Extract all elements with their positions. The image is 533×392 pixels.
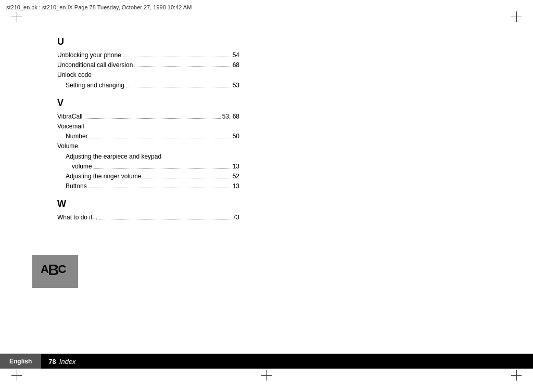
list-item: Unconditional call diversion 68 xyxy=(57,60,239,70)
list-item: Buttons 13 xyxy=(57,181,239,191)
list-item: Volume xyxy=(57,141,239,151)
footer-bar: English 78 Index xyxy=(0,354,533,369)
entry-page: 53, 68 xyxy=(222,112,239,122)
entry-page: 53 xyxy=(233,81,239,90)
entry-page: 52 xyxy=(233,172,239,181)
section-v-heading: V xyxy=(57,98,239,109)
abc-logo-svg: ABC xyxy=(40,258,71,284)
entry-label: Unconditional call diversion xyxy=(57,60,133,70)
section-gap xyxy=(57,90,239,98)
footer-page-number: 78 xyxy=(48,358,56,365)
entry-label: Buttons xyxy=(66,181,87,191)
entry-label: Voicemail xyxy=(57,122,84,132)
list-item: volume 13 xyxy=(57,162,239,172)
crosshair-bottom-right xyxy=(511,370,522,381)
entry-dots xyxy=(134,67,231,67)
entry-page: 68 xyxy=(233,60,239,70)
entry-dots xyxy=(99,219,231,219)
entry-label: Volume xyxy=(57,141,78,151)
entry-page: 54 xyxy=(233,50,239,60)
entry-dots xyxy=(123,57,231,57)
abc-logo-inner: ABC xyxy=(40,258,71,284)
list-item: What to do if... 73 xyxy=(57,213,239,223)
entry-label: Number xyxy=(66,132,88,141)
crosshair-bottom-left xyxy=(11,370,22,381)
entry-label: VibraCall xyxy=(57,112,82,122)
header-bar: st210_en.bk : st210_en.IX Page 78 Tuesda… xyxy=(0,0,533,15)
crosshair-bottom-center xyxy=(261,370,272,381)
entry-page: 50 xyxy=(233,132,239,141)
svg-text:ABC: ABC xyxy=(41,261,67,278)
footer-language: English xyxy=(0,354,41,369)
list-item: Unlock code xyxy=(57,70,239,80)
entry-dots xyxy=(88,188,231,188)
section-v: V VibraCall 53, 68 Voicemail Number 50 V… xyxy=(57,98,239,192)
abc-logo-box: ABC xyxy=(32,255,78,288)
entry-dots xyxy=(84,118,220,119)
section-gap xyxy=(57,191,239,199)
list-item: Adjusting the earpiece and keypad xyxy=(57,152,239,162)
entry-label: Setting and changing xyxy=(66,81,124,90)
entry-dots xyxy=(126,87,231,87)
list-item: Voicemail xyxy=(57,122,239,132)
entry-label: What to do if... xyxy=(57,213,97,223)
index-content: U Unblocking your phone 54 Unconditional… xyxy=(57,36,239,223)
header-text: st210_en.bk : st210_en.IX Page 78 Tuesda… xyxy=(6,4,192,10)
footer-section-label: Index xyxy=(59,358,76,365)
entry-page: 73 xyxy=(233,213,239,223)
entry-dots xyxy=(90,138,231,138)
entry-dots xyxy=(94,168,231,168)
section-w: W What to do if... 73 xyxy=(57,199,239,223)
entry-label: Unlock code xyxy=(57,70,92,80)
entry-dots xyxy=(143,178,231,178)
list-item: VibraCall 53, 68 xyxy=(57,112,239,122)
list-item: Adjusting the ringer volume 52 xyxy=(57,172,239,181)
entry-page: 13 xyxy=(233,181,239,191)
list-item: Unblocking your phone 54 xyxy=(57,50,239,60)
entry-label: Adjusting the ringer volume xyxy=(66,172,141,181)
section-u: U Unblocking your phone 54 Unconditional… xyxy=(57,36,239,90)
section-w-heading: W xyxy=(57,199,239,210)
list-item: Number 50 xyxy=(57,132,239,141)
entry-label: Adjusting the earpiece and keypad xyxy=(66,152,161,162)
entry-page: 13 xyxy=(233,162,239,172)
section-u-heading: U xyxy=(57,36,239,47)
entry-label: volume xyxy=(72,162,92,172)
list-item: Setting and changing 53 xyxy=(57,81,239,90)
entry-label: Unblocking your phone xyxy=(57,50,121,60)
